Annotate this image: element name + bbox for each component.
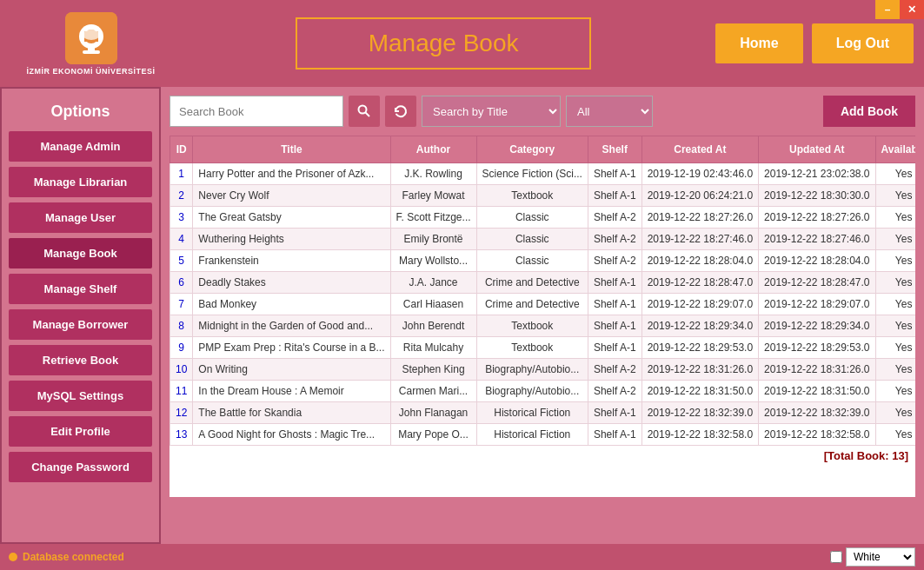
table-cell: Textbook [476,185,588,207]
book-id-link[interactable]: 6 [170,272,193,294]
table-cell: Shelf A-1 [588,402,641,424]
available-filter-select[interactable]: All Yes No [566,96,653,127]
table-row: 2Never Cry WolfFarley MowatTextbookShelf… [170,185,916,207]
close-button[interactable]: ✕ [900,0,924,19]
table-cell: 2019-12-22 18:31:50.0 [759,381,875,402]
table-cell: Biography/Autobio... [476,359,588,381]
table-cell: Yes [875,272,915,294]
table-cell: 2019-12-20 06:24:21.0 [641,185,758,207]
table-row: 13A Good Night for Ghosts : Magic Tre...… [170,424,916,446]
book-id-link[interactable]: 7 [170,294,193,315]
table-cell: On Writing [193,359,390,381]
table-cell: Crime and Detective [476,272,588,294]
svg-rect-6 [83,50,100,54]
logout-button[interactable]: Log Out [812,23,914,63]
table-cell: 2019-12-22 18:29:07.0 [641,294,758,315]
search-input[interactable] [170,96,343,127]
table-cell: Farley Mowat [390,185,476,207]
sidebar-item-mysql-settings[interactable]: MySQL Settings [9,381,152,411]
table-cell: In the Dream House : A Memoir [193,381,390,402]
sidebar-item-edit-profile[interactable]: Edit Profile [9,416,152,447]
table-cell: Historical Fiction [476,402,588,424]
table-cell: Mary Pope O... [390,424,476,446]
svg-point-7 [359,106,367,114]
table-cell: Shelf A-1 [588,294,641,315]
table-cell: Wuthering Heights [193,229,390,250]
table-cell: John Flanagan [390,402,476,424]
theme-checkbox[interactable] [830,551,842,563]
table-cell: J.K. Rowling [390,163,476,185]
book-id-link[interactable]: 9 [170,337,193,359]
add-book-button[interactable]: Add Book [823,96,915,127]
table-cell: Midnight in the Garden of Good and... [193,315,390,337]
table-cell: Bad Monkey [193,294,390,315]
table-cell: 2019-12-22 18:31:26.0 [759,359,875,381]
table-cell: Science Fiction (Sci... [476,163,588,185]
search-by-select[interactable]: Search by Title Search by Author Search … [422,96,561,127]
main-content: Search by Title Search by Author Search … [161,87,924,544]
table-cell: John Berendt [390,315,476,337]
table-cell: Shelf A-1 [588,163,641,185]
sidebar-title: Options [9,96,152,131]
search-button[interactable] [349,96,380,127]
logo-icon [65,12,117,64]
table-cell: 2019-12-22 18:31:26.0 [641,359,758,381]
table-cell: 2019-12-22 18:28:47.0 [759,272,875,294]
table-cell: Yes [875,424,915,446]
table-cell: 2019-12-19 02:43:46.0 [641,163,758,185]
table-cell: Shelf A-1 [588,424,641,446]
home-button[interactable]: Home [715,23,802,63]
book-id-link[interactable]: 3 [170,207,193,229]
table-cell: Carl Hiaasen [390,294,476,315]
book-id-link[interactable]: 10 [170,359,193,381]
table-cell: Crime and Detective [476,294,588,315]
table-cell: Textbook [476,315,588,337]
table-cell: Shelf A-1 [588,185,641,207]
book-id-link[interactable]: 13 [170,424,193,446]
book-id-link[interactable]: 11 [170,381,193,402]
table-header-shelf: Shelf [588,136,641,163]
header-buttons: Home Log Out [715,23,914,63]
table-header-title: Title [193,136,390,163]
sidebar-item-manage-admin[interactable]: Manage Admin [9,131,152,162]
table-cell: Shelf A-2 [588,381,641,402]
table-cell: Classic [476,229,588,250]
table-cell: Shelf A-2 [588,250,641,272]
book-id-link[interactable]: 5 [170,250,193,272]
logo-area: İZMİR EKONOMİ ÜNİVERSİTESİ [10,12,171,76]
header: İZMİR EKONOMİ ÜNİVERSİTESİ Manage Book H… [0,0,924,87]
sidebar-item-manage-borrower[interactable]: Manage Borrower [9,309,152,340]
sidebar-item-manage-librarian[interactable]: Manage Librarian [9,167,152,197]
book-id-link[interactable]: 12 [170,402,193,424]
table-cell: Textbook [476,337,588,359]
table-header-available: Available [875,136,915,163]
table-cell: 2019-12-22 18:31:50.0 [641,381,758,402]
book-id-link[interactable]: 1 [170,163,193,185]
table-cell: Yes [875,207,915,229]
table-row: 10On WritingStephen KingBiography/Autobi… [170,359,916,381]
sidebar-item-manage-shelf[interactable]: Manage Shelf [9,274,152,304]
table-cell: Carmen Mari... [390,381,476,402]
book-id-link[interactable]: 8 [170,315,193,337]
book-id-link[interactable]: 2 [170,185,193,207]
sidebar-item-manage-user[interactable]: Manage User [9,202,152,233]
book-id-link[interactable]: 4 [170,229,193,250]
table-cell: 2019-12-22 18:27:46.0 [759,229,875,250]
table-cell: 2019-12-22 18:29:53.0 [759,337,875,359]
sidebar-item-retrieve-book[interactable]: Retrieve Book [9,345,152,375]
sidebar-item-manage-book[interactable]: Manage Book [9,238,152,268]
sidebar-item-change-password[interactable]: Change Password [9,452,152,482]
refresh-button[interactable] [385,96,416,127]
theme-select-area: White [830,547,915,567]
theme-select[interactable]: White [846,547,915,567]
table-cell: 2019-12-22 18:32:58.0 [759,424,875,446]
table-cell: 2019-12-22 18:28:04.0 [641,250,758,272]
table-cell: 2019-12-22 18:32:39.0 [641,402,758,424]
table-cell: J.A. Jance [390,272,476,294]
table-cell: 2019-12-22 18:28:04.0 [759,250,875,272]
table-cell: F. Scott Fitzge... [390,207,476,229]
minimize-button[interactable]: – [875,0,900,19]
table-cell: 2019-12-22 18:27:46.0 [641,229,758,250]
table-cell: 2019-12-21 23:02:38.0 [759,163,875,185]
university-name: İZMİR EKONOMİ ÜNİVERSİTESİ [26,67,155,76]
